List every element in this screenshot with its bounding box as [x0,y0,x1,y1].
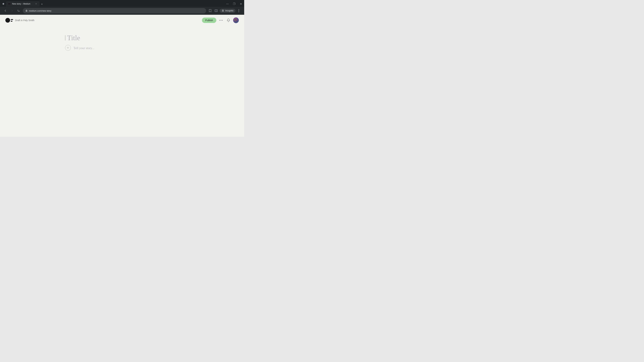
restore-button[interactable]: ❐ [232,2,236,6]
nav-bar: medium.com/new-story Inco [0,7,244,15]
tab-close-button[interactable]: × [34,2,38,5]
incognito-label: Incognito [225,9,234,12]
active-tab[interactable]: New story – Medium × [6,1,40,6]
incognito-badge[interactable]: Incognito [220,9,236,13]
tabs-area: New story – Medium × + [6,1,225,6]
medium-logo-area: Draft in Fely Smith [5,18,34,23]
svg-point-13 [222,20,223,21]
editor-content: Title Tell your story... [65,34,179,51]
nav-right-controls: Incognito [208,8,242,13]
story-placeholder[interactable]: Tell your story... [74,45,94,51]
logo-bars [11,19,13,22]
address-bar[interactable]: medium.com/new-story [23,8,206,13]
logo-circle [5,18,10,23]
user-avatar[interactable] [233,17,239,23]
window-controls: — ❐ ✕ [226,2,243,6]
medium-toolbar: Draft in Fely Smith Publish [0,15,244,26]
svg-rect-3 [26,10,27,11]
editor-area: Title Tell your story... [0,26,244,137]
add-content-button[interactable] [65,45,71,51]
svg-point-11 [219,20,220,21]
publish-button[interactable]: Publish [202,17,216,23]
close-button[interactable]: ✕ [239,2,243,6]
more-options-button[interactable] [218,17,224,23]
bookmark-button[interactable] [208,8,213,13]
title-placeholder[interactable]: Title [66,34,80,42]
svg-point-9 [238,10,239,11]
svg-point-1 [10,3,10,4]
forward-button[interactable] [10,8,15,13]
tab-title: New story – Medium [12,3,33,5]
page-content: Draft in Fely Smith Publish [0,15,244,137]
svg-point-6 [222,11,223,12]
back-button[interactable] [3,8,8,13]
svg-point-2 [10,4,11,4]
logo-bar-top [11,19,13,20]
new-tab-button[interactable]: + [40,2,44,6]
browser-chrome: New story – Medium × + — ❐ ✕ [0,0,244,15]
minimize-button[interactable]: — [226,2,230,6]
svg-point-8 [238,9,239,10]
title-bar: New story – Medium × + — ❐ ✕ [0,0,244,7]
tab-switcher[interactable] [1,2,5,6]
medium-logo [5,18,13,23]
notification-button[interactable] [226,17,231,23]
security-icon [26,9,28,12]
logo-bar-bottom [11,21,12,22]
svg-point-7 [223,11,224,12]
reload-button[interactable] [16,8,22,13]
tab-favicon [8,2,11,5]
title-field[interactable]: Title [65,34,179,42]
svg-point-16 [236,19,238,21]
browser-menu-button[interactable] [236,8,242,13]
svg-point-12 [221,20,221,21]
draft-status: Draft in Fely Smith [15,19,34,22]
split-view-button[interactable] [214,8,219,13]
svg-point-0 [8,3,10,4]
svg-rect-17 [234,21,238,22]
svg-point-10 [238,11,239,12]
medium-toolbar-right: Publish [202,17,239,23]
title-cursor [65,35,66,40]
url-text: medium.com/new-story [29,9,204,12]
svg-point-15 [234,19,236,20]
story-area: Tell your story... [65,45,179,51]
